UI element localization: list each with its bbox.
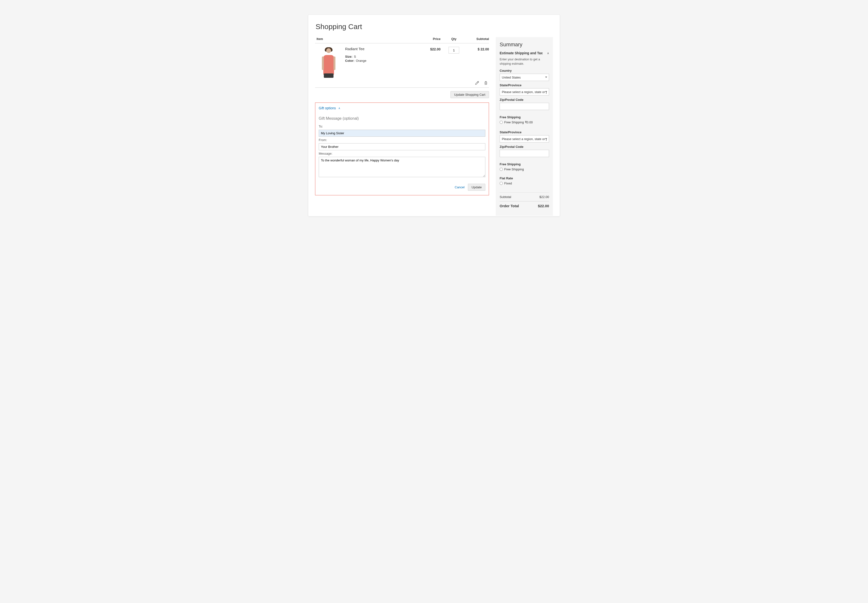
update-cart-button[interactable]: Update Shopping Cart (450, 91, 489, 98)
product-size: Size:S (345, 55, 367, 59)
country-select[interactable]: United States (500, 74, 549, 81)
country-label: Country (500, 69, 549, 73)
gift-to-label: To: (319, 125, 485, 128)
zip-input-1[interactable] (500, 103, 549, 110)
col-price: Price (419, 37, 441, 41)
col-item: Item (315, 37, 419, 41)
free-shipping-radio-2[interactable] (500, 168, 503, 171)
free-shipping-option-1[interactable]: Free Shipping ₹0.00 (500, 121, 549, 124)
trash-icon[interactable] (484, 81, 488, 85)
qty-input[interactable] (449, 47, 459, 54)
col-subtotal: Subtotal (467, 37, 489, 41)
flat-rate-option[interactable]: Fixed (500, 181, 549, 185)
item-price: $22.00 (419, 47, 441, 51)
zip-label-2: Zip/Postal Code (500, 145, 549, 148)
zip-label-1: Zip/Postal Code (500, 98, 549, 102)
gift-from-input[interactable] (319, 143, 485, 150)
page-title: Shopping Cart (316, 23, 553, 31)
chevron-up-icon: ∧ (547, 52, 549, 55)
state-select-2[interactable]: Please select a region, state or provinc… (500, 135, 549, 142)
gift-update-button[interactable]: Update (468, 184, 485, 191)
subtotal-row: Subtotal $22.00 (500, 192, 549, 201)
item-subtotal: $ 22.00 (467, 47, 489, 51)
estimate-help-text: Enter your destination to get a shipping… (500, 57, 549, 66)
flat-rate-radio[interactable] (500, 182, 503, 185)
cart-main: Item Price Qty Subtotal Radiant Tee (315, 37, 489, 197)
gift-from-label: From: (319, 138, 485, 142)
product-image[interactable] (316, 47, 341, 78)
state-label-1: State/Province (500, 83, 549, 87)
cart-page: Shopping Cart Item Price Qty Subtotal (308, 14, 560, 216)
summary-sidebar: Summary Estimate Shipping and Tax ∧ Ente… (496, 37, 553, 216)
cart-row: Radiant Tee Size:S Color:Orange $22.00 $… (315, 43, 489, 79)
state-label-2: State/Province (500, 130, 549, 134)
estimate-toggle[interactable]: Estimate Shipping and Tax ∧ (500, 51, 549, 55)
gift-message-textarea[interactable] (319, 157, 485, 177)
summary-title: Summary (500, 42, 549, 48)
free-shipping-radio-1[interactable] (500, 121, 503, 124)
gift-message-label: Message: (319, 152, 485, 155)
free-shipping-title-2: Free Shipping (500, 162, 549, 166)
col-qty: Qty (441, 37, 467, 41)
gift-to-input[interactable] (319, 130, 485, 137)
zip-input-2[interactable] (500, 150, 549, 157)
product-name[interactable]: Radiant Tee (345, 47, 367, 51)
chevron-up-icon: ∧ (338, 107, 340, 110)
free-shipping-option-2[interactable]: Free Shipping (500, 167, 549, 171)
edit-icon[interactable] (475, 81, 479, 85)
product-color: Color:Orange (345, 59, 367, 63)
order-total-row: Order Total $22.00 (500, 201, 549, 210)
gift-options-toggle[interactable]: Gift options ∧ (319, 106, 485, 110)
flat-rate-title: Flat Rate (500, 176, 549, 180)
state-select-1[interactable]: Please select a region, state or provinc… (500, 88, 549, 96)
gift-message-heading: Gift Message (optional) (319, 116, 485, 121)
gift-cancel-button[interactable]: Cancel (452, 184, 467, 191)
cart-table-header: Item Price Qty Subtotal (315, 37, 489, 43)
gift-options-box: Gift options ∧ Gift Message (optional) T… (315, 102, 489, 195)
free-shipping-title-1: Free Shipping (500, 115, 549, 119)
